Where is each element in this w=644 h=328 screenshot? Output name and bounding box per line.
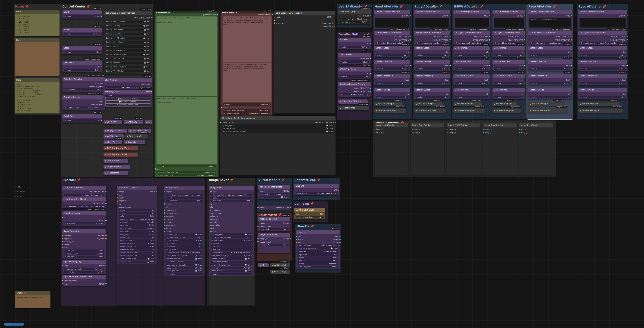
widget-value[interactable]: ◀value12▶ — [530, 54, 570, 56]
increment-arrow-icon[interactable]: ▶ — [367, 76, 368, 77]
widget-height[interactable]: ◀height1536▶ — [298, 259, 338, 262]
widget-value[interactable]: ◀value0.24▶ — [530, 68, 570, 70]
toggle-show_preview[interactable]: show_previewtrue — [210, 269, 253, 272]
input-slot[interactable] — [221, 107, 222, 108]
decrement-arrow-icon[interactable]: ◀ — [211, 243, 212, 244]
input-slot[interactable] — [209, 212, 209, 214]
input-slot[interactable] — [164, 225, 165, 226]
node-title-bar[interactable]: Switch (Any) — [125, 134, 148, 139]
widget-tile_width[interactable]: ◀tile_width1024▶ — [119, 230, 155, 233]
increment-arrow-icon[interactable]: ▶ — [486, 82, 487, 84]
decrement-arrow-icon[interactable]: ◀ — [224, 113, 225, 114]
widget-mode[interactable]: ◀modepopulate▶ — [223, 103, 271, 106]
node-title-bar[interactable]: Int — [144, 120, 152, 124]
widget-tile_height[interactable]: ◀tile_height1024▶ — [119, 233, 155, 236]
input-slot[interactable] — [62, 265, 63, 266]
node-title-bar[interactable]: Detailer Steps — [492, 46, 525, 50]
output-slot[interactable] — [410, 39, 411, 41]
widget-sampler_name[interactable]: ◀sampler_nameeuler_ancestral▶ — [119, 218, 155, 220]
decrement-arrow-icon[interactable]: ◀ — [65, 89, 66, 90]
node-nsfw-a-facedetailer-pipe[interactable]: Impact-PackFaceDetailer (pipe) — [454, 109, 486, 113]
node-differential-diffusion[interactable]: Differential Diffusion — [338, 100, 368, 104]
decrement-arrow-icon[interactable]: ◀ — [456, 96, 457, 98]
output-slot[interactable] — [325, 213, 326, 215]
widget-image_output[interactable]: ◀image_outputHide▶ — [298, 265, 338, 268]
widget-method[interactable]: ◀methodmkl▶ — [260, 244, 289, 246]
output-slot[interactable] — [105, 220, 106, 221]
node-nsfw-a-prompt-wildcard[interactable]: Detailer Prompt WildcardSTRING — [454, 10, 490, 29]
output-slot[interactable] — [626, 80, 628, 81]
decrement-arrow-icon[interactable]: ◀ — [120, 240, 120, 241]
decrement-arrow-icon[interactable]: ◀ — [120, 234, 120, 235]
widget-value[interactable]: ◀value0.35▶ — [580, 68, 626, 70]
toggle-save_workflow_as_json[interactable]: save_workflow_as_jsonfalse — [166, 254, 203, 257]
collapse-dot[interactable] — [416, 103, 417, 105]
node-color-match-1[interactable]: Easy-UseImage Color Matchimage_refimagei… — [258, 217, 290, 231]
input-slot[interactable] — [257, 190, 258, 192]
node-title-bar[interactable]: Image BodyDetailer — [411, 123, 444, 127]
input-slot[interactable] — [164, 228, 165, 229]
decrement-arrow-icon[interactable]: ◀ — [261, 228, 262, 230]
node-batch-size[interactable]: Easy-UseBatch Size◀value1▶ — [62, 114, 102, 123]
widget-extension[interactable]: ◀extensionpng▶ — [210, 200, 253, 202]
node-body-detailer-steps[interactable]: Easy-UseDetailer Stepsint◀value14▶ — [414, 46, 450, 57]
output-slot[interactable] — [105, 235, 106, 236]
output-slot[interactable] — [217, 14, 218, 15]
widget-denoise[interactable]: ◀denoise1.0▶ — [210, 245, 253, 248]
input-slot[interactable] — [296, 242, 297, 243]
widget-time_format[interactable]: ◀time_format%Y-%m-%d-%H%M%S▶ — [210, 251, 253, 254]
output-slot[interactable] — [626, 15, 628, 17]
increment-arrow-icon[interactable]: ▶ — [521, 82, 522, 84]
output-slot[interactable] — [524, 80, 526, 81]
increment-arrow-icon[interactable]: ▶ — [153, 234, 154, 235]
decrement-arrow-icon[interactable]: ◀ — [120, 218, 120, 220]
toggle-dot-icon[interactable] — [143, 25, 145, 27]
input-slot[interactable] — [117, 200, 118, 202]
output-slot[interactable] — [571, 65, 572, 66]
node-title-bar[interactable]: Ultimate SD Upscale — [117, 186, 157, 190]
text-area[interactable] — [454, 18, 488, 28]
decrement-arrow-icon[interactable]: ◀ — [417, 68, 418, 70]
node-title-bar[interactable]: Switch (Any) — [270, 270, 290, 274]
output-slot[interactable] — [410, 65, 411, 66]
node-nsfw-b-prompt-wildcard[interactable]: Detailer Prompt WildcardSTRING — [492, 10, 525, 29]
group-title[interactable]: Upscaler 📌 — [62, 178, 81, 182]
input-slot[interactable] — [257, 241, 258, 242]
input-slot[interactable] — [117, 194, 118, 196]
increment-arrow-icon[interactable]: ▶ — [251, 243, 252, 244]
toggle-dot-icon[interactable] — [144, 58, 146, 60]
node-color-match-2[interactable]: Image Color Matchimage_refimageimage_tar… — [258, 233, 290, 253]
node-title-bar[interactable]: UltralyticsDetectorProvider — [374, 31, 410, 35]
text-area[interactable] — [415, 18, 449, 28]
widget-scheduler[interactable]: ◀schedulernormal▶ — [64, 88, 104, 91]
widget-sampling[interactable]: ◀samplingv_prediction▶ — [260, 193, 289, 195]
decrement-arrow-icon[interactable]: ◀ — [297, 216, 298, 218]
increment-arrow-icon[interactable]: ▶ — [153, 209, 154, 211]
input-slot[interactable] — [411, 129, 412, 130]
toggle-Enable Upscaler[interactable]: Enable Upscalerno — [105, 62, 150, 64]
node-title-bar[interactable]: Detailer Denoise — [374, 60, 410, 64]
decrement-arrow-icon[interactable]: ◀ — [65, 107, 66, 108]
group-title[interactable]: HiresFix 📌 — [296, 225, 314, 228]
node-hand-detailer-cycles[interactable]: Detailer Cyclesint◀value1▶ — [374, 88, 410, 99]
decrement-arrow-icon[interactable]: ◀ — [106, 86, 107, 88]
widget-value[interactable]: ◀value3.0▶ — [340, 75, 369, 78]
output-slot[interactable] — [489, 52, 490, 53]
collapse-dot[interactable] — [416, 110, 417, 111]
node-body-prompt-wildcard[interactable]: Detailer Prompt WildcardSTRING — [414, 10, 450, 29]
collapse-dot[interactable] — [340, 108, 341, 109]
node-nsfw-b-edit-detailerpipe[interactable]: Impact-PackEdit DetailerPipe — [492, 102, 518, 106]
toggle-dot-icon[interactable] — [144, 33, 146, 35]
node-title-bar[interactable]: Regex Replace — [104, 165, 130, 169]
node-title-bar[interactable]: FaceDetailer (pipe) — [492, 109, 521, 113]
increment-arrow-icon[interactable]: ▶ — [287, 244, 288, 246]
decrement-arrow-icon[interactable]: ◀ — [65, 256, 66, 257]
node-title-bar[interactable]: Concatenate — [104, 159, 128, 163]
output-slot[interactable] — [489, 15, 490, 17]
node-title-bar[interactable]: FaceDetailer (pipe) — [528, 109, 568, 113]
decrement-arrow-icon[interactable]: ◀ — [299, 260, 300, 261]
output-slot[interactable] — [101, 34, 102, 35]
widget-extension[interactable]: ◀extensionpng▶ — [166, 200, 203, 202]
increment-arrow-icon[interactable]: ▶ — [214, 171, 215, 173]
increment-arrow-icon[interactable]: ▶ — [251, 273, 252, 275]
